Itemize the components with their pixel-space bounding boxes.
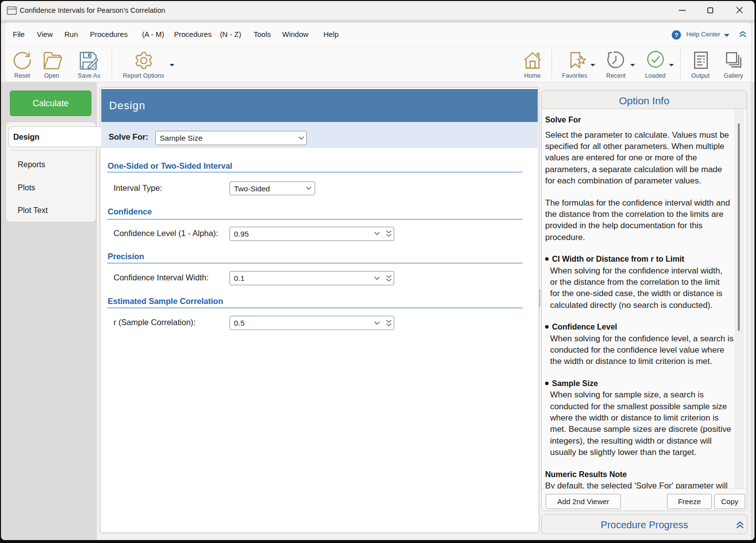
svg-text:?: ? (674, 31, 678, 39)
